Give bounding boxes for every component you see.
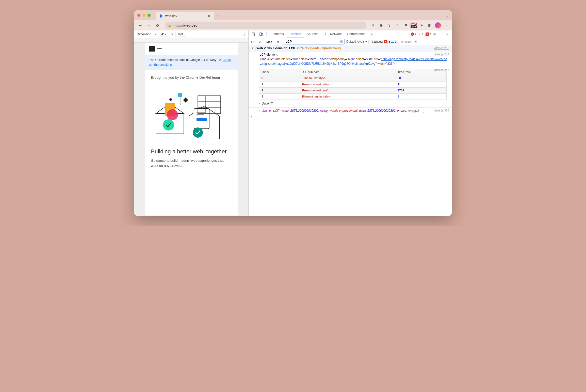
console-prompt[interactable]: › (249, 114, 452, 120)
preview-viewport[interactable]: The Chrome team is back at Google I/O on… (134, 43, 248, 216)
chrome-menu-button[interactable]: ⋮ (443, 22, 449, 28)
browser-tab[interactable]: web.dev ✕ (156, 12, 214, 20)
device-toggle-icon[interactable] (258, 31, 265, 37)
url-protocol: https:// (173, 23, 184, 27)
table-row: 0'Time to First Byte'80 (259, 75, 447, 81)
browser-window: web.dev ✕ + ⌄ ← → ⟳ 🔒 https://web.dev ⬇ … (134, 10, 452, 216)
console-message: ▼ [Web Vitals Extension] LCP 2876 ms (ne… (249, 45, 452, 52)
svg-point-4 (163, 119, 174, 130)
execution-context-selector[interactable]: top ▾ (266, 40, 272, 43)
device-width-input[interactable] (159, 32, 169, 37)
profile-avatar[interactable] (435, 22, 441, 28)
toolbar-icons: ⬇ ⊖ ⇧ ☆ ⚑ LCP 2.88 ✦ ◧ ⋮ (370, 22, 449, 28)
dimension-separator: × (171, 32, 173, 36)
chrome-toolbar: ← → ⟳ 🔒 https://web.dev ⬇ ⊖ ⇧ ☆ ⚑ LCP 2.… (134, 20, 452, 30)
download-icon[interactable]: ⬇ (370, 22, 376, 28)
expand-toggle[interactable]: ▼ (251, 46, 254, 51)
device-height-input[interactable] (175, 32, 186, 37)
svg-rect-22 (260, 33, 262, 36)
page-heading: Building a better web, together (151, 148, 232, 155)
page-banner: The Chrome team is back at Google I/O on… (145, 55, 238, 70)
lcp-extension-badge[interactable]: LCP 2.88 (411, 23, 417, 28)
site-logo[interactable] (149, 46, 155, 52)
byline: Brought to you by the Chrome DevRel team (151, 75, 232, 79)
hero-illustration (151, 83, 232, 144)
source-link[interactable]: vitals.js:235 (434, 46, 449, 50)
page-header (145, 43, 238, 55)
svg-rect-8 (183, 97, 188, 103)
table-row: 1'Resource load delay'11 (259, 81, 447, 87)
address-bar[interactable]: 🔒 https://web.dev (165, 22, 366, 29)
table-row: 2'Resource load time'2784 (259, 87, 447, 93)
source-link[interactable]: vitals.js:248 (434, 68, 449, 72)
back-button[interactable]: ← (137, 22, 144, 29)
devtools-close-button[interactable]: ✕ (445, 31, 450, 37)
devtools-menu-button[interactable]: ⋮ (438, 31, 444, 37)
svg-point-7 (169, 98, 172, 101)
rendered-page: The Chrome team is back at Google I/O on… (145, 43, 238, 216)
console-message: vitals.js:308 ▸{name: 'LCP', value: 2876… (249, 108, 452, 114)
source-link[interactable]: vitals.js:247 (434, 52, 449, 57)
clear-filter-button[interactable]: ✕ (339, 40, 343, 43)
bookmark-icon[interactable]: ☆ (394, 22, 400, 28)
table-row: 3'Element render delay'2 (259, 94, 447, 100)
hidden-messages-count[interactable]: 5 hidden (401, 40, 412, 43)
window-controls (137, 14, 151, 17)
url-host: web.dev (184, 23, 197, 27)
expand-toggle[interactable]: ▸ (259, 101, 261, 106)
tab-elements[interactable]: Elements (268, 30, 286, 38)
expand-toggle[interactable]: ▸ (259, 108, 261, 113)
issues-pill[interactable]: 7 Issues: ✕6 ▬1 (370, 40, 398, 44)
warning-count: ▲1 (418, 33, 424, 36)
device-menu-button[interactable]: ⋮ (243, 32, 246, 36)
devtools-settings-icon[interactable]: ⚙ (432, 31, 437, 37)
tab-title: web.dev (165, 14, 177, 18)
blocked-count: ✕6 (426, 32, 431, 36)
source-link[interactable]: vitals.js:308 (434, 108, 449, 113)
share-icon[interactable]: ⇧ (386, 22, 392, 28)
tab-overflow[interactable]: » (368, 30, 375, 38)
site-favicon (159, 14, 163, 18)
zoom-icon[interactable]: ⊖ (378, 22, 384, 28)
log-levels-selector[interactable]: Default levels ▾ (346, 40, 367, 43)
devtools-tab-bar: Elements Console Sources ▲ Network Perfo… (249, 30, 452, 38)
tab-console[interactable]: Console (287, 30, 304, 38)
error-count: ✕7 (411, 32, 416, 36)
logged-element[interactable]: <img alt="" aria-hidden="true" class="he… (251, 57, 449, 66)
close-window-button[interactable] (137, 14, 140, 17)
console-output[interactable]: ▼ [Web Vitals Extension] LCP 2876 ms (ne… (249, 45, 452, 216)
dimensions-dropdown[interactable]: Dimension… ▾ (137, 32, 157, 36)
forward-button[interactable]: → (145, 22, 153, 29)
lock-icon: 🔒 (168, 24, 171, 27)
tab-sources[interactable]: Sources (304, 30, 321, 38)
live-expression-icon[interactable]: ◉ (275, 39, 281, 44)
clear-console-button[interactable]: ⊘ (257, 39, 262, 44)
console-message: vitals.js:247 LCP element: <img alt="" a… (249, 52, 452, 67)
device-toolbar: Dimension… ▾ × ⋮ (134, 30, 248, 38)
extensions-icon[interactable]: ✦ (419, 22, 425, 28)
tab-close-button[interactable]: ✕ (207, 14, 210, 18)
tab-network[interactable]: ▲ Network (321, 30, 344, 38)
sidepanel-icon[interactable]: ◧ (427, 22, 433, 28)
logged-object[interactable]: ▸{name: 'LCP', value: 2876.200000029802,… (251, 108, 449, 113)
tab-overflow-button[interactable]: ⌄ (445, 13, 449, 18)
console-table: (index)LCP sub-partTime (ms) 0'Time to F… (259, 69, 447, 100)
chrome-tab-strip: web.dev ✕ + ⌄ (134, 10, 452, 20)
page-description: Guidance to build modern web experiences… (151, 158, 232, 169)
svg-rect-14 (197, 118, 207, 121)
new-tab-button[interactable]: + (217, 13, 219, 18)
console-toolbar: ▸◂ ⊘ top ▾ ◉ ✕ Default levels ▾ 7 Issues… (249, 38, 452, 45)
svg-rect-5 (178, 93, 182, 97)
maximize-window-button[interactable] (148, 14, 151, 17)
console-settings-icon[interactable]: ⚙ (414, 39, 419, 44)
svg-point-15 (193, 127, 203, 138)
minimize-window-button[interactable] (142, 14, 145, 17)
console-filter-input[interactable]: ✕ (284, 39, 345, 44)
tab-performance[interactable]: Performance (345, 30, 368, 38)
inspect-element-icon[interactable] (250, 31, 257, 37)
error-counts[interactable]: ✕7 ▲1 ✕6 (411, 32, 431, 36)
menu-icon[interactable] (157, 48, 162, 49)
flag-icon[interactable]: ⚑ (402, 22, 409, 28)
console-sidebar-toggle[interactable]: ▸◂ (250, 39, 256, 44)
reload-button[interactable]: ⟳ (154, 22, 161, 29)
